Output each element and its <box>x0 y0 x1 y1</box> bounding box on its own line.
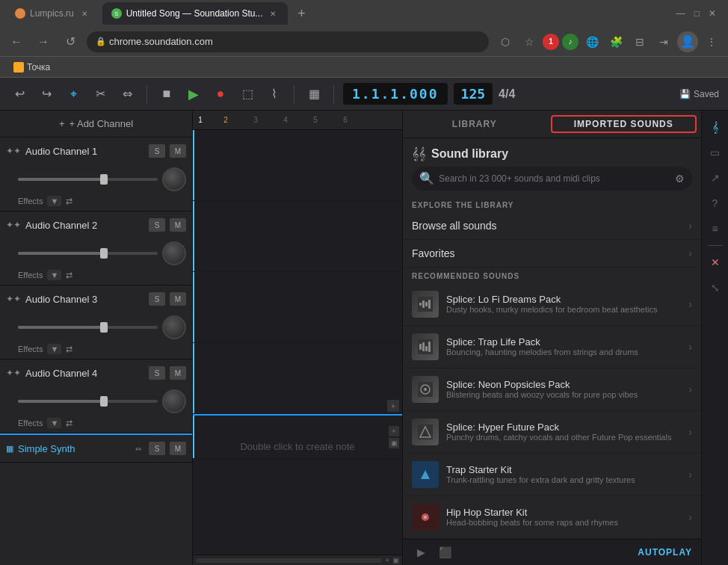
lines-icon[interactable]: ≡ <box>705 218 726 239</box>
expand-icon[interactable]: ⤡ <box>705 277 726 298</box>
save-icon[interactable]: 💾 <box>679 89 691 99</box>
record-button[interactable]: ● <box>210 84 231 105</box>
bookmark-icon[interactable]: ☆ <box>519 31 540 52</box>
channel-4-pan[interactable] <box>162 389 186 413</box>
channel-4-fader[interactable] <box>18 400 158 403</box>
channel-4-solo[interactable]: S <box>149 366 165 380</box>
redo-button[interactable]: ↪ <box>36 84 57 105</box>
effects-3-dropdown[interactable]: ▼ <box>47 344 61 354</box>
undo-button[interactable]: ↩ <box>9 84 30 105</box>
sound-item-lofi[interactable]: Splice: Lo Fi Dreams Pack Dusty hooks, m… <box>403 283 701 326</box>
effects-3-routing-icon[interactable]: ⇄ <box>66 345 73 354</box>
channel-3-solo[interactable]: S <box>149 292 165 306</box>
extension-red-icon[interactable]: 1 <box>543 34 559 50</box>
tab-lumpics[interactable]: ● Lumpics.ru ✕ <box>6 2 99 25</box>
effects-dropdown[interactable]: ▼ <box>47 196 61 206</box>
effects-2-dropdown[interactable]: ▼ <box>47 270 61 280</box>
folder-icon[interactable]: ▭ <box>705 142 726 163</box>
more-options-icon[interactable]: ⋮ <box>701 31 722 52</box>
synth-solo[interactable]: S <box>149 442 165 455</box>
bookmark-tochka[interactable]: Точка <box>9 61 55 74</box>
minimize-button[interactable]: — <box>676 8 685 19</box>
footer-play-button[interactable]: ▶ <box>412 543 430 561</box>
time-signature[interactable]: 4/4 <box>499 87 515 101</box>
question-icon[interactable]: ? <box>705 193 726 214</box>
effects-routing-icon[interactable]: ⇄ <box>66 197 73 206</box>
reload-button[interactable]: ↺ <box>60 31 81 52</box>
tab-soundation-close[interactable]: ✕ <box>267 7 279 19</box>
effects-4-routing-icon[interactable]: ⇄ <box>66 419 73 428</box>
fader-thumb[interactable] <box>100 248 108 259</box>
loop-button[interactable]: ⇔ <box>117 84 138 105</box>
channel-2-pan[interactable] <box>162 241 186 265</box>
synth-instrument-arrow[interactable]: ⇔ <box>135 445 141 453</box>
arrow-up-right-icon[interactable]: ↗ <box>705 167 726 188</box>
fader-thumb[interactable] <box>100 174 108 185</box>
effects-4-dropdown[interactable]: ▼ <box>47 418 61 428</box>
extension-green-icon[interactable]: ♪ <box>562 34 579 50</box>
metronome-button[interactable]: ⌇ <box>264 84 285 105</box>
synth-mute[interactable]: M <box>170 442 186 455</box>
scissors-button[interactable]: ✂ <box>90 84 111 105</box>
stop-button[interactable]: ■ <box>156 84 177 105</box>
back-button[interactable]: ← <box>6 31 27 52</box>
close-window-button[interactable]: ✕ <box>709 8 716 19</box>
timeline-add-btn[interactable]: + <box>385 556 389 564</box>
channel-1-pan[interactable] <box>162 167 186 191</box>
autoplay-label[interactable]: AUTOPLAY <box>638 547 692 558</box>
fader-thumb[interactable] <box>100 322 108 333</box>
snap-button[interactable]: ⌖ <box>63 84 84 105</box>
scroll-track[interactable] <box>196 558 382 563</box>
channel-1-solo[interactable]: S <box>149 144 165 158</box>
play-button[interactable]: ▶ <box>183 84 204 105</box>
sound-item-hyper[interactable]: Splice: Hyper Future Pack Punchy drums, … <box>403 411 701 454</box>
translate-icon[interactable]: ⬡ <box>495 31 516 52</box>
tab-library[interactable]: LIBRARY <box>403 111 546 138</box>
profile-avatar[interactable]: 👤 <box>677 31 698 52</box>
send-icon[interactable]: ⇥ <box>653 31 674 52</box>
track-zoom-out[interactable]: ▣ <box>389 438 399 448</box>
track-zoom-in[interactable]: + <box>389 426 399 436</box>
track-row-2[interactable] <box>193 201 402 272</box>
new-tab-button[interactable]: + <box>291 3 312 24</box>
address-bar[interactable]: 🔒 chrome.soundation.com <box>87 31 489 52</box>
track-row-4[interactable]: + <box>193 343 402 414</box>
export-button[interactable]: ⬚ <box>237 84 258 105</box>
channel-2-fader[interactable] <box>18 252 158 255</box>
bpm-display[interactable]: 125 <box>454 83 493 105</box>
piano-roll-button[interactable]: ▦ <box>303 84 324 105</box>
search-input[interactable] <box>439 173 670 184</box>
channel-1-fader[interactable] <box>18 178 158 181</box>
menu-icon[interactable]: ⊟ <box>629 31 650 52</box>
tab-lumpics-close[interactable]: ✕ <box>78 7 90 19</box>
sound-item-trap-kit[interactable]: Trap Starter Kit Trunk-rattling tunes fo… <box>403 454 701 496</box>
sound-item-neon[interactable]: Splice: Neon Popsicles Pack Blistering b… <box>403 368 701 411</box>
forward-button[interactable]: → <box>33 31 54 52</box>
sound-item-hiphop[interactable]: Hip Hop Starter Kit Head-bobbing beats f… <box>403 496 701 539</box>
sound-item-trap[interactable]: Splice: Trap Life Pack Bouncing, hauntin… <box>403 326 701 368</box>
close-panel-icon[interactable]: ✕ <box>705 252 726 273</box>
timeline-sq-btn[interactable]: ▣ <box>392 556 399 564</box>
favorites-item[interactable]: Favorites › <box>403 240 701 268</box>
channel-2-solo[interactable]: S <box>149 218 165 232</box>
tab-imported-sounds[interactable]: IMPORTED SOUNDS <box>551 115 697 133</box>
add-track-button[interactable]: + <box>387 400 399 412</box>
footer-stop-button[interactable]: ⬛ <box>436 543 454 561</box>
add-channel-button[interactable]: + + Add Channel <box>0 111 192 138</box>
fader-thumb[interactable] <box>100 396 108 407</box>
puzzle-icon[interactable]: 🧩 <box>605 31 626 52</box>
browse-all-item[interactable]: Browse all sounds › <box>403 212 701 240</box>
channel-1-mute[interactable]: M <box>170 144 186 158</box>
globe-icon[interactable]: 🌐 <box>582 31 602 52</box>
waveform-icon[interactable]: 𝄞 <box>705 117 726 138</box>
effects-2-routing-icon[interactable]: ⇄ <box>66 271 73 280</box>
track-row-3[interactable] <box>193 272 402 343</box>
channel-3-mute[interactable]: M <box>170 292 186 306</box>
tab-soundation[interactable]: S Untitled Song — Soundation Stu... ✕ <box>102 2 289 25</box>
channel-4-mute[interactable]: M <box>170 366 186 380</box>
channel-3-pan[interactable] <box>162 315 186 339</box>
channel-2-mute[interactable]: M <box>170 218 186 232</box>
track-row-1[interactable] <box>193 130 402 201</box>
track-row-synth[interactable]: Double click to create note + ▣ <box>193 414 402 459</box>
filter-icon[interactable]: ⚙ <box>675 173 685 185</box>
